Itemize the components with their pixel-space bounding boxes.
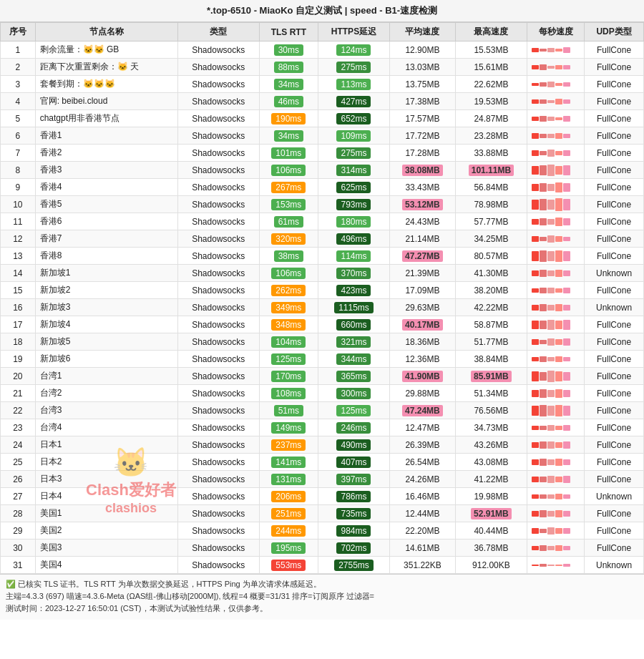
cell-speed-bar	[527, 59, 585, 76]
table-wrapper: 序号 节点名称 类型 TLS RTT HTTPS延迟 平均速度 最高速度 每秒速…	[0, 22, 644, 574]
cell-avg: 16.46MB	[390, 488, 456, 505]
cell-id: 17	[1, 316, 36, 333]
cell-id: 5	[1, 110, 36, 127]
cell-avg: 21.14MB	[390, 230, 456, 248]
cell-https: 314ms	[318, 162, 389, 179]
table-row: 3套餐到期：🐱🐱🐱Shadowsocks34ms113ms13.75MB22.6…	[1, 76, 644, 93]
cell-udp: FullCone	[585, 351, 644, 368]
cell-avg: 17.38MB	[390, 93, 456, 110]
cell-tls: 104ms	[259, 333, 318, 351]
cell-speed-bar	[527, 351, 585, 368]
cell-https: 114ms	[318, 248, 389, 265]
cell-speed-bar	[527, 196, 585, 213]
cell-udp: FullCone	[585, 522, 644, 540]
cell-type: Shadowsocks	[177, 248, 259, 265]
cell-id: 16	[1, 299, 36, 316]
cell-id: 29	[1, 522, 36, 540]
cell-name: 日本3	[35, 471, 177, 488]
cell-udp: FullCone	[585, 282, 644, 299]
cell-speed-bar	[527, 385, 585, 402]
cell-speed-bar	[527, 522, 585, 540]
cell-type: Shadowsocks	[177, 471, 259, 488]
table-row: 12香港7Shadowsocks320ms496ms21.14MB34.25MB…	[1, 230, 644, 248]
cell-avg: 17.72MB	[390, 127, 456, 145]
cell-speed-bar	[527, 179, 585, 196]
cell-https: 735ms	[318, 505, 389, 522]
cell-id: 24	[1, 436, 36, 454]
cell-type: Shadowsocks	[177, 196, 259, 213]
cell-tls: 348ms	[259, 316, 318, 333]
cell-name: 台湾4	[35, 419, 177, 436]
cell-max: 22.62MB	[455, 76, 527, 93]
cell-id: 20	[1, 368, 36, 385]
cell-avg: 33.43MB	[390, 179, 456, 196]
table-row: 6香港1Shadowsocks34ms109ms17.72MB23.28MBFu…	[1, 127, 644, 145]
col-bar: 每秒速度	[527, 23, 585, 42]
table-body: 1剩余流量：🐱🐱 GBShadowsocks30ms124ms12.90MB15…	[1, 42, 644, 574]
table-row: 14新加坡1Shadowsocks106ms370ms21.39MB41.30M…	[1, 265, 644, 282]
cell-tls: 251ms	[259, 505, 318, 522]
cell-id: 26	[1, 471, 36, 488]
cell-https: 246ms	[318, 419, 389, 436]
cell-udp: FullCone	[585, 127, 644, 145]
cell-type: Shadowsocks	[177, 557, 259, 574]
footer-line3: 测试时间：2023-12-27 16:50:01 (CST)，本测试为试验性结果…	[6, 603, 638, 614]
cell-type: Shadowsocks	[177, 213, 259, 230]
cell-type: Shadowsocks	[177, 127, 259, 145]
cell-avg: 12.47MB	[390, 419, 456, 436]
cell-https: 786ms	[318, 488, 389, 505]
table-row: 20台湾1Shadowsocks170ms365ms41.90MB85.91MB…	[1, 368, 644, 385]
cell-type: Shadowsocks	[177, 230, 259, 248]
cell-avg: 21.39MB	[390, 265, 456, 282]
table-row: 19新加坡6Shadowsocks125ms344ms12.36MB38.84M…	[1, 351, 644, 368]
cell-max: 80.57MB	[455, 248, 527, 265]
cell-name: 剩余流量：🐱🐱 GB	[35, 42, 177, 59]
cell-speed-bar	[527, 93, 585, 110]
footer: ✅ 已核实 TLS 证书。TLS RTT 为单次数据交换延迟，HTTPS Pin…	[0, 574, 644, 620]
cell-avg: 24.26MB	[390, 471, 456, 488]
cell-https: 423ms	[318, 282, 389, 299]
cell-type: Shadowsocks	[177, 59, 259, 76]
cell-max: 40.44MB	[455, 522, 527, 540]
table-row: 9香港4Shadowsocks267ms625ms33.43MB56.84MBF…	[1, 179, 644, 196]
cell-name: 新加坡6	[35, 351, 177, 368]
col-max: 最高速度	[455, 23, 527, 42]
cell-udp: FullCone	[585, 179, 644, 196]
cell-id: 4	[1, 93, 36, 110]
cell-name: 新加坡4	[35, 316, 177, 333]
cell-speed-bar	[527, 110, 585, 127]
cell-max: 58.87MB	[455, 316, 527, 333]
cell-https: 407ms	[318, 454, 389, 471]
cell-avg: 41.90MB	[390, 368, 456, 385]
cell-tls: 149ms	[259, 419, 318, 436]
cell-speed-bar	[527, 454, 585, 471]
table-row: 4官网: beibei.cloudShadowsocks46ms427ms17.…	[1, 93, 644, 110]
cell-avg: 17.28MB	[390, 145, 456, 162]
cell-id: 3	[1, 76, 36, 93]
cell-tls: 34ms	[259, 127, 318, 145]
cell-name: 新加坡3	[35, 299, 177, 316]
table-header-row: 序号 节点名称 类型 TLS RTT HTTPS延迟 平均速度 最高速度 每秒速…	[1, 23, 644, 42]
cell-max: 41.30MB	[455, 265, 527, 282]
cell-max: 52.91MB	[455, 505, 527, 522]
table-row: 15新加坡2Shadowsocks262ms423ms17.09MB38.20M…	[1, 282, 644, 299]
cell-https: 275ms	[318, 145, 389, 162]
cell-id: 14	[1, 265, 36, 282]
cell-https: 427ms	[318, 93, 389, 110]
cell-id: 21	[1, 385, 36, 402]
cell-udp: FullCone	[585, 368, 644, 385]
cell-name: 美国1	[35, 505, 177, 522]
cell-https: 370ms	[318, 265, 389, 282]
cell-id: 2	[1, 59, 36, 76]
cell-udp: FullCone	[585, 162, 644, 179]
cell-id: 13	[1, 248, 36, 265]
cell-name: 香港5	[35, 196, 177, 213]
cell-id: 18	[1, 333, 36, 351]
cell-type: Shadowsocks	[177, 385, 259, 402]
cell-tls: 106ms	[259, 162, 318, 179]
cell-name: 香港8	[35, 248, 177, 265]
cell-https: 113ms	[318, 76, 389, 93]
table-row: 30美国3Shadowsocks195ms702ms14.61MB36.78MB…	[1, 540, 644, 557]
cell-max: 19.98MB	[455, 488, 527, 505]
cell-speed-bar	[527, 368, 585, 385]
